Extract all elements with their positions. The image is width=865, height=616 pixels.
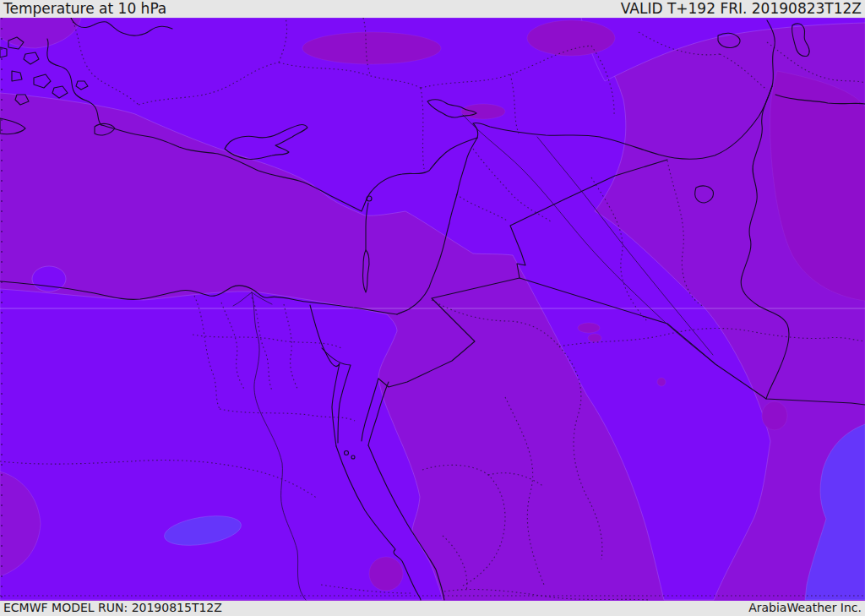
weather-map-screenshot: Temperature at 10 hPa VALID T+192 FRI. 2… bbox=[0, 0, 865, 616]
valid-time-label: VALID T+192 FRI. 20190823T12Z bbox=[621, 0, 862, 17]
fill-dark-blob-saudi-2 bbox=[588, 334, 601, 342]
temperature-fill-layer bbox=[0, 18, 865, 601]
map-title: Temperature at 10 hPa bbox=[3, 0, 166, 17]
fill-dark-ellipse-ne-turkey bbox=[527, 20, 615, 56]
fill-dark-blob-lake-assad bbox=[461, 104, 505, 119]
fill-bright-violet-egypt bbox=[0, 289, 443, 600]
map-header-bar: Temperature at 10 hPa VALID T+192 FRI. 2… bbox=[0, 0, 865, 18]
fill-dark-blob-saudi-1 bbox=[578, 323, 600, 333]
fill-dark-blob-saudi-3 bbox=[657, 378, 666, 386]
temperature-map-canvas bbox=[0, 18, 865, 601]
map-footer-bar: ECMWF MODEL RUN: 20190815T12Z ArabiaWeat… bbox=[0, 601, 865, 616]
brand-label: ArabiaWeather Inc. bbox=[748, 601, 862, 615]
fill-dark-blob-gulf bbox=[762, 401, 787, 430]
fill-dark-ellipse-anatolia bbox=[302, 32, 441, 64]
model-run-label: ECMWF MODEL RUN: 20190815T12Z bbox=[3, 601, 222, 615]
fill-dark-blob-red-sea-coast bbox=[369, 557, 403, 591]
